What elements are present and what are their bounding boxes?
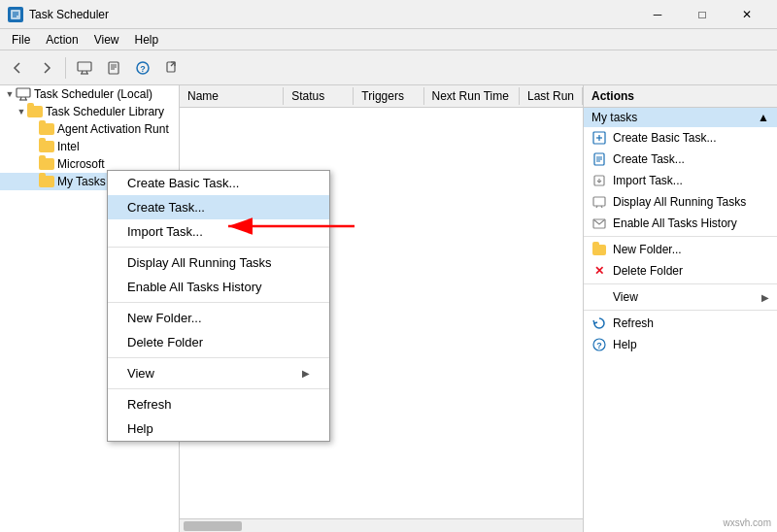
tree-item-library[interactable]: ▼ Task Scheduler Library: [0, 103, 179, 120]
ctx-sep-4: [108, 388, 329, 389]
toolbar-sep-1: [65, 57, 66, 79]
col-name[interactable]: Name: [180, 87, 284, 105]
section-label: My tasks: [591, 111, 637, 124]
close-button[interactable]: ✕: [725, 0, 769, 29]
svg-rect-16: [17, 88, 30, 97]
action-divider-3: [584, 310, 777, 311]
col-next[interactable]: Next Run Time: [424, 87, 520, 105]
col-triggers[interactable]: Triggers: [354, 87, 423, 105]
window-title: Task Scheduler: [29, 8, 635, 21]
action-enable-history[interactable]: Enable All Tasks History: [584, 213, 777, 234]
create-basic-icon: [591, 130, 607, 146]
action-delete-folder[interactable]: ✕ Delete Folder: [584, 260, 777, 282]
ctx-refresh[interactable]: Refresh: [108, 392, 329, 416]
ctx-sep-1: [108, 247, 329, 248]
action-divider-2: [584, 283, 777, 284]
right-panel: Actions My tasks ▲ Create Basic Task... …: [583, 85, 777, 532]
ctx-create-basic[interactable]: Create Basic Task...: [108, 171, 329, 195]
ctx-sep-3: [108, 357, 329, 358]
watermark: wxsvh.com: [724, 517, 771, 528]
action-create-task[interactable]: Create Task...: [584, 149, 777, 170]
scroll-thumb[interactable]: [184, 521, 242, 531]
col-status[interactable]: Status: [284, 87, 354, 105]
computer-icon: [16, 87, 31, 101]
context-menu: Create Basic Task... Create Task... Impo…: [107, 170, 330, 442]
col-last[interactable]: Last Run: [520, 87, 583, 105]
action-view[interactable]: View ▶: [584, 286, 777, 308]
folder-icon-library: [27, 106, 43, 117]
tree-label-agent: Agent Activation Runt: [57, 122, 169, 136]
minimize-button[interactable]: ─: [635, 0, 680, 29]
svg-rect-29: [593, 197, 605, 206]
horizontal-scroll[interactable]: [180, 518, 583, 532]
forward-button[interactable]: [33, 54, 60, 82]
help-icon: ?: [591, 337, 607, 352]
maximize-button[interactable]: □: [680, 0, 725, 29]
app-icon: [8, 7, 23, 22]
action-divider-1: [584, 236, 777, 237]
action-refresh[interactable]: Refresh: [584, 313, 777, 334]
tree-label-mytasks: My Tasks: [57, 175, 106, 188]
tree-item-local[interactable]: ▼ Task Scheduler (Local): [0, 85, 179, 103]
svg-rect-8: [109, 62, 118, 74]
action-display-running[interactable]: Display All Running Tasks: [584, 191, 777, 213]
import-icon: [591, 173, 607, 188]
menu-bar: File Action View Help: [0, 29, 777, 50]
export-button[interactable]: [158, 54, 186, 82]
tree-item-intel[interactable]: ▶ Intel: [0, 138, 179, 155]
menu-help[interactable]: Help: [127, 31, 167, 49]
svg-rect-4: [78, 62, 91, 71]
svg-text:?: ?: [596, 341, 602, 350]
computer-button[interactable]: [71, 54, 98, 82]
action-help[interactable]: ? Help: [584, 334, 777, 355]
tree-label-microsoft: Microsoft: [57, 157, 105, 171]
tree-item-agent[interactable]: ▶ Agent Activation Runt: [0, 120, 179, 138]
ctx-delete-folder[interactable]: Delete Folder: [108, 330, 329, 354]
help-button[interactable]: ?: [129, 54, 156, 82]
ctx-view-arrow: ▶: [302, 368, 310, 379]
delete-folder-icon: ✕: [591, 263, 607, 279]
toolbar: ?: [0, 50, 777, 85]
folder-icon-agent: [39, 123, 54, 135]
menu-file[interactable]: File: [4, 31, 38, 49]
new-folder-icon: [591, 242, 607, 257]
tree-label-intel: Intel: [57, 140, 80, 153]
back-button[interactable]: [4, 54, 31, 82]
enable-history-icon: [591, 216, 607, 231]
section-collapse-icon: ▲: [758, 111, 769, 124]
view-icon: [591, 289, 607, 305]
tree-label-library: Task Scheduler Library: [46, 105, 164, 118]
action-import[interactable]: Import Task...: [584, 170, 777, 191]
title-bar: Task Scheduler ─ □ ✕: [0, 0, 777, 29]
ctx-help[interactable]: Help: [108, 416, 329, 441]
refresh-icon: [591, 316, 607, 331]
ctx-view[interactable]: View ▶: [108, 361, 329, 385]
folder-icon-mytasks: [39, 176, 54, 187]
tree-label-local: Task Scheduler (Local): [34, 87, 152, 101]
ctx-display-running[interactable]: Display All Running Tasks: [108, 250, 329, 275]
task-button[interactable]: [100, 54, 127, 82]
expand-icon: ▼: [4, 88, 16, 100]
ctx-enable-history[interactable]: Enable All Tasks History: [108, 275, 329, 299]
ctx-new-folder[interactable]: New Folder...: [108, 306, 329, 330]
ctx-import[interactable]: Import Task...: [108, 219, 329, 244]
action-new-folder[interactable]: New Folder...: [584, 239, 777, 260]
expand-library-icon: ▼: [16, 106, 27, 117]
actions-header: Actions: [584, 85, 777, 108]
create-task-icon: [591, 151, 607, 167]
ctx-create-task[interactable]: Create Task...: [108, 195, 329, 219]
table-header: Name Status Triggers Next Run Time Last …: [180, 85, 583, 108]
actions-section-mytasks[interactable]: My tasks ▲: [584, 108, 777, 127]
menu-action[interactable]: Action: [38, 31, 85, 49]
ctx-sep-2: [108, 302, 329, 303]
folder-icon-microsoft: [39, 158, 54, 170]
action-create-basic[interactable]: Create Basic Task...: [584, 127, 777, 149]
view-arrow: ▶: [761, 292, 769, 303]
window-controls: ─ □ ✕: [635, 0, 769, 29]
display-running-icon: [591, 194, 607, 210]
folder-icon-intel: [39, 141, 54, 152]
menu-view[interactable]: View: [86, 31, 127, 49]
svg-text:?: ?: [140, 64, 146, 74]
